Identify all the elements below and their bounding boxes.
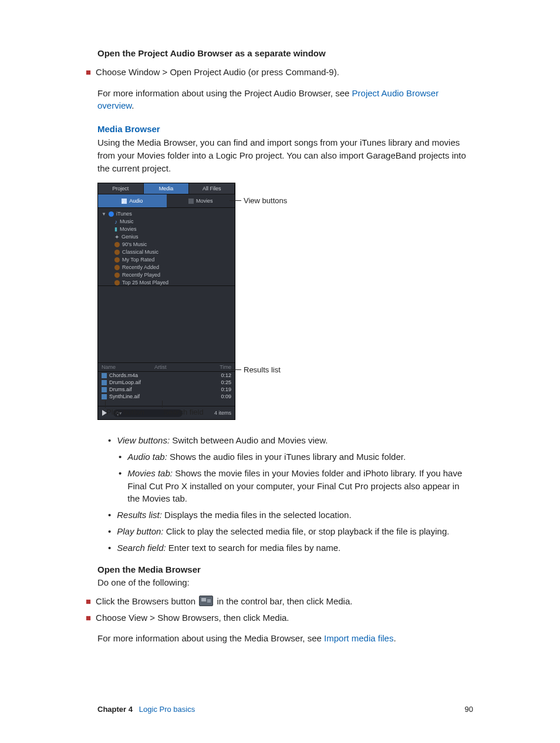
callout-search-field: Search field (163, 408, 204, 416)
gear-icon (114, 265, 120, 270)
itunes-icon (109, 211, 114, 217)
callout-play-button: Play button (106, 408, 144, 416)
bullet-text: Click the Browsers button in the control… (96, 595, 473, 608)
gear-icon (114, 250, 120, 255)
bullet-icon: ■ (86, 595, 96, 608)
def-label: View buttons: (117, 435, 170, 445)
gear-icon (114, 257, 120, 263)
tab-all-files[interactable]: All Files (189, 183, 235, 194)
def-label: Play button: (117, 526, 163, 536)
page-footer: Chapter 4 Logic Pro basics 90 (97, 705, 473, 714)
audio-file-icon (102, 373, 107, 378)
col-time: Time (208, 364, 231, 370)
film-icon: ▮ (114, 226, 117, 233)
callout-results-list: Results list (244, 365, 281, 374)
body-text: . (393, 633, 396, 643)
results-list[interactable]: Name Artist Time Chords.m4a0:12 DrumLoop… (98, 362, 235, 406)
link-import-media-files[interactable]: Import media files (324, 633, 393, 643)
body-text: For more information about using the Pro… (97, 88, 352, 98)
def-label: Results list: (117, 510, 162, 520)
section-heading: Open the Media Browser (97, 563, 473, 576)
audio-file-icon (102, 380, 107, 385)
bullet-icon: ■ (86, 66, 96, 79)
tab-project[interactable]: Project (98, 183, 144, 194)
bullet-text: Choose Window > Open Project Audio (or p… (96, 66, 473, 79)
items-count: 4 items (214, 410, 231, 416)
col-name: Name (102, 364, 154, 370)
chapter-title: Logic Pro basics (139, 705, 195, 714)
gear-icon (114, 242, 120, 247)
media-browser-figure: Project Media All Files ♪Audio Movies ▼i… (97, 183, 473, 418)
def-label: Audio tab: (127, 452, 167, 462)
def-text: Switch between Audio and Movies view. (170, 435, 328, 445)
page-number: 90 (465, 705, 473, 714)
bullet-icon: ■ (86, 611, 96, 624)
body-text: Using the Media Browser, you can find an… (97, 136, 473, 174)
film-icon (188, 199, 194, 204)
def-text: Shows the audio files in your iTunes lib… (167, 452, 406, 462)
def-text: Shows the movie files in your Movies fol… (127, 468, 462, 504)
body-text: . (131, 100, 134, 110)
bullet-text: Choose View > Show Browsers, then click … (96, 611, 473, 624)
body-text: Do one of the following: (97, 576, 473, 589)
audio-file-icon (102, 394, 107, 399)
col-artist: Artist (154, 364, 208, 370)
audio-file-icon (102, 387, 107, 392)
media-browser-heading: Media Browser (97, 124, 473, 134)
def-text: Click to play the selected media file, o… (163, 526, 449, 536)
def-text: Enter text to search for media files by … (166, 543, 341, 553)
tab-media[interactable]: Media (144, 183, 190, 194)
note-icon: ♪ (114, 218, 117, 226)
gear-icon (114, 280, 120, 285)
source-tree[interactable]: ▼iTunes ♪Music ▮Movies ✦Genius 90's Musi… (98, 208, 235, 285)
def-text: Displays the media files in the selected… (162, 510, 352, 520)
note-icon: ♪ (122, 199, 127, 204)
section-heading: Open the Project Audio Browser as a sepa… (97, 47, 473, 60)
genius-icon: ✦ (114, 233, 119, 241)
callout-view-buttons: View buttons (244, 196, 287, 205)
browsers-icon (199, 596, 213, 606)
def-label: Search field: (117, 543, 166, 553)
chapter-label: Chapter 4 (97, 705, 133, 714)
def-label: Movies tab: (127, 468, 173, 478)
body-text: For more information about using the Med… (97, 633, 324, 643)
gear-icon (114, 273, 120, 278)
view-audio[interactable]: ♪Audio (98, 194, 167, 207)
view-movies[interactable]: Movies (167, 194, 235, 207)
